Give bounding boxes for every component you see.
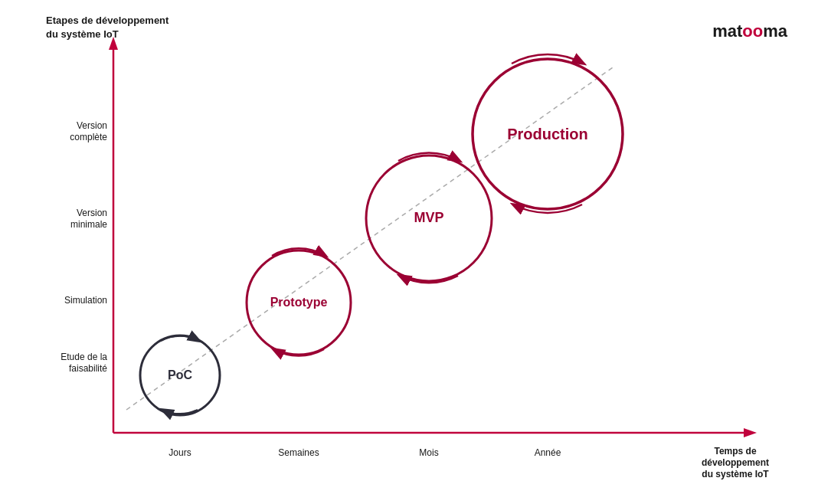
svg-text:Etude de la: Etude de la xyxy=(61,352,107,362)
svg-text:Version: Version xyxy=(77,120,107,131)
svg-text:complète: complète xyxy=(70,132,107,142)
svg-text:Prototype: Prototype xyxy=(270,296,328,309)
svg-marker-2 xyxy=(109,37,118,50)
svg-text:Semaines: Semaines xyxy=(278,447,319,458)
svg-text:Temps de: Temps de xyxy=(714,446,756,457)
svg-text:du système IoT: du système IoT xyxy=(702,469,769,479)
svg-text:Mois: Mois xyxy=(419,447,438,458)
svg-text:PoC: PoC xyxy=(168,368,192,381)
chart-svg: PoC Prototype MVP Production Version com… xyxy=(0,0,818,504)
svg-text:minimale: minimale xyxy=(70,219,107,230)
svg-text:développement: développement xyxy=(702,457,769,468)
svg-text:Version: Version xyxy=(77,208,107,218)
svg-text:Simulation: Simulation xyxy=(64,295,107,306)
svg-text:MVP: MVP xyxy=(414,210,443,225)
svg-text:Production: Production xyxy=(507,126,588,142)
page-container: matooma Etapes de développement du systè… xyxy=(0,0,818,504)
svg-marker-4 xyxy=(744,428,757,437)
svg-text:Année: Année xyxy=(535,447,561,458)
svg-text:faisabilité: faisabilité xyxy=(69,363,107,374)
svg-text:Jours: Jours xyxy=(169,447,191,458)
